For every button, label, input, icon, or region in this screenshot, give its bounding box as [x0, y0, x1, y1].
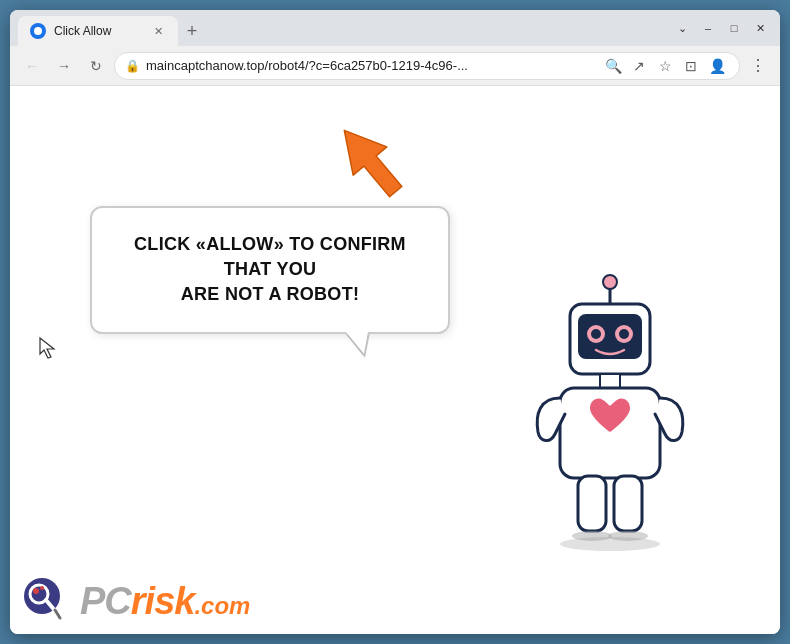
- page-content: CLICK «ALLOW» TO CONFIRM THAT YOU ARE NO…: [10, 86, 780, 634]
- pcrisk-watermark: PCrisk.com: [22, 576, 250, 626]
- svg-point-6: [591, 329, 601, 339]
- browser-window: Click Allow ✕ + ⌄ – □ ✕ ← → ↻ 🔒 maincapt…: [10, 10, 780, 634]
- search-url-button[interactable]: 🔍: [601, 54, 625, 78]
- refresh-button[interactable]: ↻: [82, 52, 110, 80]
- watermark-pc: PC: [80, 580, 131, 622]
- split-button[interactable]: ⊡: [679, 54, 703, 78]
- window-chevron-button[interactable]: ⌄: [670, 16, 694, 40]
- active-tab[interactable]: Click Allow ✕: [18, 16, 178, 46]
- watermark-domain: .com: [194, 592, 250, 619]
- svg-rect-11: [578, 476, 606, 531]
- watermark-text: PCrisk.com: [80, 580, 250, 623]
- svg-point-8: [619, 329, 629, 339]
- window-controls: ⌄ – □ ✕: [662, 10, 780, 46]
- pcrisk-logo-icon: [22, 576, 72, 626]
- url-text: maincaptchanow.top/robot4/?c=6ca257b0-12…: [146, 58, 595, 73]
- speech-bubble: CLICK «ALLOW» TO CONFIRM THAT YOU ARE NO…: [90, 206, 450, 334]
- address-bar: ← → ↻ 🔒 maincaptchanow.top/robot4/?c=6ca…: [10, 46, 780, 86]
- svg-point-19: [33, 588, 39, 594]
- tab-favicon-icon: [30, 23, 46, 39]
- close-button[interactable]: ✕: [748, 16, 772, 40]
- svg-rect-10: [560, 388, 660, 478]
- new-tab-button[interactable]: +: [178, 17, 206, 45]
- tab-close-button[interactable]: ✕: [150, 23, 166, 39]
- tab-strip: Click Allow ✕ +: [10, 10, 662, 46]
- lock-icon: 🔒: [125, 59, 140, 73]
- svg-point-15: [560, 537, 660, 551]
- bookmark-button[interactable]: ☆: [653, 54, 677, 78]
- bubble-text: CLICK «ALLOW» TO CONFIRM THAT YOU ARE NO…: [120, 232, 420, 308]
- robot-character: [500, 274, 720, 574]
- svg-line-22: [55, 610, 60, 618]
- svg-rect-9: [600, 374, 620, 388]
- share-button[interactable]: ↗: [627, 54, 651, 78]
- title-bar: Click Allow ✕ + ⌄ – □ ✕: [10, 10, 780, 46]
- profile-button[interactable]: 👤: [705, 54, 729, 78]
- svg-rect-12: [614, 476, 642, 531]
- watermark-risk: risk: [131, 580, 195, 622]
- svg-marker-16: [40, 338, 54, 358]
- tab-title: Click Allow: [54, 24, 142, 38]
- browser-menu-button[interactable]: ⋮: [744, 52, 772, 80]
- svg-point-2: [603, 275, 617, 289]
- minimize-button[interactable]: –: [696, 16, 720, 40]
- forward-button[interactable]: →: [50, 52, 78, 80]
- back-button[interactable]: ←: [18, 52, 46, 80]
- mouse-cursor: [38, 336, 58, 364]
- orange-arrow-indicator: [330, 116, 410, 210]
- url-bar[interactable]: 🔒 maincaptchanow.top/robot4/?c=6ca257b0-…: [114, 52, 740, 80]
- svg-marker-0: [330, 116, 410, 206]
- svg-point-20: [40, 586, 44, 590]
- url-actions: 🔍 ↗ ☆ ⊡ 👤: [601, 54, 729, 78]
- maximize-button[interactable]: □: [722, 16, 746, 40]
